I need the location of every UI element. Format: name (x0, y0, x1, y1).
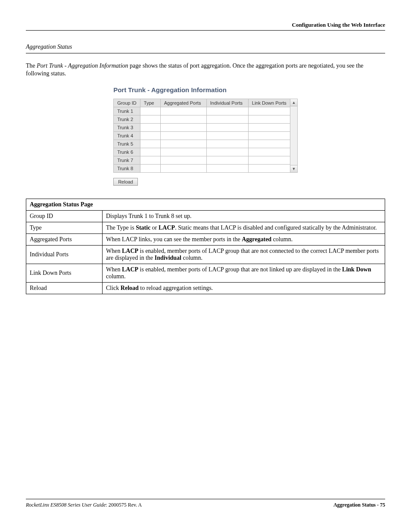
th-group-id: Group ID (114, 99, 140, 107)
cell-group-id: Trunk 6 (114, 148, 140, 156)
cell-agg (160, 165, 206, 173)
cell-ind (206, 132, 248, 140)
t: When LACP links, you can see the member … (106, 236, 242, 243)
desc-label: Group ID (26, 211, 103, 222)
cell-ind (206, 124, 248, 132)
desc-text: Click Reload to reload aggregation setti… (103, 283, 385, 294)
table-row: Trunk 4 (114, 132, 290, 140)
scroll-up-icon[interactable]: ▲ (290, 99, 297, 106)
section-title-text: Aggregation Status (26, 44, 72, 50)
table-row: Trunk 7 (114, 156, 290, 165)
footer-rev: : 2000575 Rev. A (106, 502, 142, 508)
footer-product: RocketLinx ES8508 Series User Guide (26, 502, 106, 508)
desc-label: Individual Ports (26, 246, 103, 264)
t: column. (106, 273, 126, 280)
cell-type (140, 132, 160, 140)
th-individual: Individual Ports (206, 99, 248, 107)
cell-agg (160, 148, 206, 156)
t: Displays Trunk 1 to Trunk 8 set up. (106, 213, 191, 219)
cell-ld (248, 165, 290, 173)
t: is enabled, member ports of LACP group t… (138, 266, 342, 273)
cell-ind (206, 107, 248, 115)
t: . Static means that LACP is disabled and… (175, 224, 377, 231)
cell-group-id: Trunk 7 (114, 156, 140, 165)
desc-row: Individual Ports When LACP is enabled, m… (26, 246, 385, 264)
scroll-track[interactable] (290, 106, 297, 165)
table-row: Trunk 1 (114, 107, 290, 115)
cell-ld (248, 107, 290, 115)
page-footer: RocketLinx ES8508 Series User Guide: 200… (26, 499, 385, 508)
cell-ind (206, 115, 248, 124)
t: is enabled, member ports of LACP group t… (106, 248, 379, 261)
header-title: Configuration Using the Web Interface (292, 22, 385, 28)
cell-ind (206, 156, 248, 165)
intro-paragraph: The Port Trunk - Aggregation Information… (26, 62, 385, 78)
b: Static (136, 224, 150, 231)
desc-text: When LACP links, you can see the member … (103, 234, 385, 246)
desc-label: Link Down Ports (26, 264, 103, 283)
cell-group-id: Trunk 1 (114, 107, 140, 115)
cell-ld (248, 156, 290, 165)
cell-type (140, 107, 160, 115)
table-row: Trunk 3 (114, 124, 290, 132)
b: Individual (155, 255, 181, 261)
desc-row: Link Down Ports When LACP is enabled, me… (26, 264, 385, 283)
desc-label: Reload (26, 283, 103, 294)
desc-row: Aggregated Ports When LACP links, you ca… (26, 234, 385, 246)
cell-group-id: Trunk 4 (114, 132, 140, 140)
cell-type (140, 140, 160, 148)
cell-ind (206, 148, 248, 156)
th-aggregated: Aggregated Ports (160, 99, 206, 107)
description-table: Aggregation Status Page Group ID Display… (26, 199, 385, 294)
cell-ld (248, 124, 290, 132)
cell-type (140, 165, 160, 173)
desc-text: The Type is Static or LACP. Static means… (103, 222, 385, 234)
cell-type (140, 124, 160, 132)
footer-right: Aggregation Status - 75 (333, 502, 385, 508)
cell-agg (160, 107, 206, 115)
footer-left: RocketLinx ES8508 Series User Guide: 200… (26, 502, 142, 508)
cell-ld (248, 140, 290, 148)
th-type: Type (140, 99, 160, 107)
cell-agg (160, 156, 206, 165)
page-header: Configuration Using the Web Interface (26, 22, 385, 31)
desc-row: Type The Type is Static or LACP. Static … (26, 222, 385, 234)
aggregation-figure: Port Trunk - Aggregation Information Gro… (113, 86, 298, 186)
t: Click (106, 285, 121, 291)
section-title: Aggregation Status (26, 44, 385, 53)
cell-ld (248, 132, 290, 140)
reload-button[interactable]: Reload (113, 178, 138, 186)
desc-table-header-row: Aggregation Status Page (26, 199, 385, 211)
trunk-table-header-row: Group ID Type Aggregated Ports Individua… (114, 99, 290, 107)
intro-italic: Port Trunk - Aggregation Information (37, 62, 128, 69)
figure-wrap: Port Trunk - Aggregation Information Gro… (26, 86, 385, 186)
table-row: Trunk 6 (114, 148, 290, 156)
t: The Type is (106, 224, 136, 231)
desc-label: Type (26, 222, 103, 234)
desc-text: When LACP is enabled, member ports of LA… (103, 246, 385, 264)
cell-agg (160, 124, 206, 132)
scrollbar[interactable]: ▲ ▼ (290, 99, 298, 173)
table-row: Trunk 5 (114, 140, 290, 148)
t: When (106, 248, 122, 254)
table-row: Trunk 8 (114, 165, 290, 173)
t: column. (271, 236, 293, 243)
t: When (106, 266, 122, 273)
cell-ld (248, 115, 290, 124)
t: to reload aggregation settings. (139, 285, 213, 291)
scroll-down-icon[interactable]: ▼ (290, 165, 297, 172)
cell-group-id: Trunk 8 (114, 165, 140, 173)
desc-text: Displays Trunk 1 to Trunk 8 set up. (103, 211, 385, 222)
cell-type (140, 156, 160, 165)
b: LACP (159, 224, 175, 231)
cell-type (140, 115, 160, 124)
b: LACP (122, 248, 138, 254)
table-row: Trunk 2 (114, 115, 290, 124)
cell-agg (160, 115, 206, 124)
intro-pre: The (26, 62, 37, 69)
cell-ind (206, 140, 248, 148)
cell-group-id: Trunk 3 (114, 124, 140, 132)
t: or (150, 224, 159, 231)
b: Reload (121, 285, 139, 291)
cell-ind (206, 165, 248, 173)
